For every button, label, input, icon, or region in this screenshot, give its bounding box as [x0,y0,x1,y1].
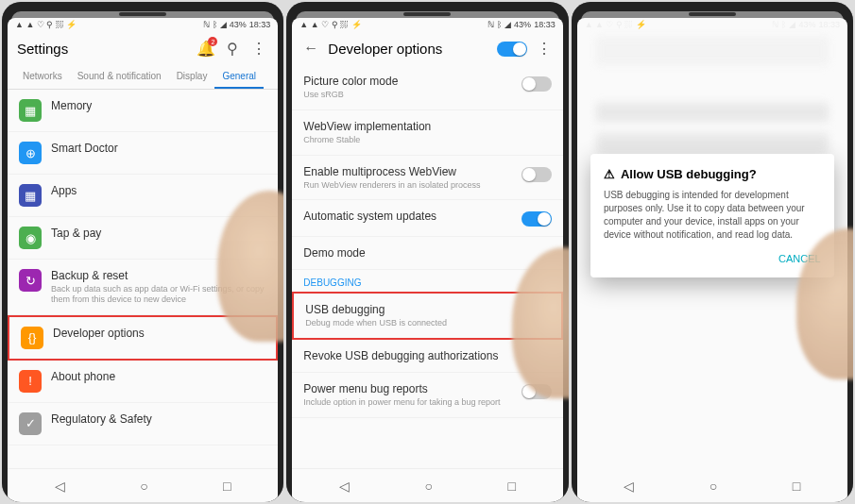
item-icon: ✓ [19,412,42,435]
item-icon: {} [21,327,43,349]
nav-bar: ◁○□ [8,468,278,502]
item-sub: Use sRGB [303,90,511,100]
recent-button[interactable]: □ [507,479,515,494]
item-title: Picture color mode [303,75,511,88]
item-title: Power menu bug reports [303,382,511,395]
cancel-button[interactable]: CANCEL [604,253,821,264]
dialog-title: Allow USB debugging? [621,167,757,181]
recent-button[interactable]: □ [223,479,231,494]
setting-item[interactable]: Power menu bug reportsInclude option in … [292,373,562,418]
item-sub: Include option in power menu for taking … [303,397,511,408]
header: Settings 🔔2 ⚲ ⋮ [8,31,278,65]
setting-item[interactable]: Demo mode [292,237,562,270]
item-sub: Run WebView renderers in an isolated pro… [303,180,511,191]
notification-icon[interactable]: 🔔2 [197,39,215,58]
tab-sound[interactable]: Sound & notification [70,65,169,89]
header: ← Developer options ⋮ [292,31,562,65]
item-icon: ▦ [19,184,42,207]
home-button[interactable]: ○ [425,479,433,494]
item-title: Memory [51,99,266,112]
item-title: About phone [51,370,266,383]
nav-bar: ◁○□ [292,468,562,502]
back-button[interactable]: ◁ [624,479,634,494]
setting-item[interactable]: !About phone [8,361,278,403]
item-title: Enable multiprocess WebView [303,165,511,178]
phone-3: ▲ ▲ ♡ ⚲ ⛆ ⚡ℕᛒ◢43%18:33 ⚠Allow USB debugg… [572,2,853,502]
toggle[interactable] [522,167,552,182]
item-title: Regulatory & Safety [51,412,266,426]
page-title: Developer options [328,41,488,57]
tab-general[interactable]: General [214,65,264,89]
back-icon[interactable]: ← [301,39,320,58]
page-title: Settings [17,41,189,57]
home-button[interactable]: ○ [710,479,717,494]
dialog-body: USB debugging is intended for developmen… [604,189,821,242]
setting-item[interactable]: Enable multiprocess WebViewRun WebView r… [292,156,562,201]
tab-display[interactable]: Display [169,65,215,89]
item-sub: Chrome Stable [303,135,551,145]
status-bar: ▲ ▲ ♡ ⚲ ⛆ ⚡ℕᛒ◢43%18:33 [577,18,847,31]
setting-item[interactable]: Picture color modeUse sRGB [292,65,562,110]
home-button[interactable]: ○ [140,479,147,494]
setting-item[interactable]: ▦Memory [8,90,278,132]
status-bar: ▲ ▲ ♡ ⚲ ⛆ ⚡ℕᛒ◢43%18:33 [8,18,278,31]
setting-item[interactable]: ✓Regulatory & Safety [8,403,278,445]
more-icon[interactable]: ⋮ [249,39,268,58]
tab-networks[interactable]: Networks [15,65,70,89]
item-title: Smart Doctor [51,142,266,155]
item-icon: ▦ [19,99,42,122]
more-icon[interactable]: ⋮ [535,39,554,58]
master-toggle[interactable] [497,42,527,57]
usb-debug-dialog: ⚠Allow USB debugging? USB debugging is i… [590,154,834,277]
status-bar: ▲ ▲ ♡ ⚲ ⛆ ⚡ℕᛒ◢43%18:33 [292,18,562,31]
item-title: WebView implementation [303,120,551,133]
back-button[interactable]: ◁ [55,479,65,494]
item-title: Apps [51,184,266,197]
setting-item[interactable]: ⊕Smart Doctor [8,132,278,175]
setting-item[interactable]: WebView implementationChrome Stable [292,110,562,156]
recent-button[interactable]: □ [793,479,800,494]
toggle[interactable] [522,76,552,92]
phone-1: ▲ ▲ ♡ ⚲ ⛆ ⚡ℕᛒ◢43%18:33 Settings 🔔2 ⚲ ⋮ N… [2,2,283,502]
toggle[interactable] [522,211,552,227]
item-title: Demo mode [303,246,551,260]
nav-bar: ◁○□ [577,469,847,502]
phone-2: ▲ ▲ ♡ ⚲ ⛆ ⚡ℕᛒ◢43%18:33 ← Developer optio… [286,2,568,502]
tabs: Networks Sound & notification Display Ge… [8,65,278,90]
item-title: Automatic system updates [303,210,511,223]
item-icon: ! [19,370,42,393]
search-icon[interactable]: ⚲ [223,39,242,58]
setting-item[interactable]: Automatic system updates [292,200,562,237]
item-icon: ◉ [19,227,42,249]
back-button[interactable]: ◁ [339,479,350,494]
item-icon: ↻ [19,269,42,292]
item-icon: ⊕ [19,142,42,164]
warning-icon: ⚠ [604,167,615,181]
